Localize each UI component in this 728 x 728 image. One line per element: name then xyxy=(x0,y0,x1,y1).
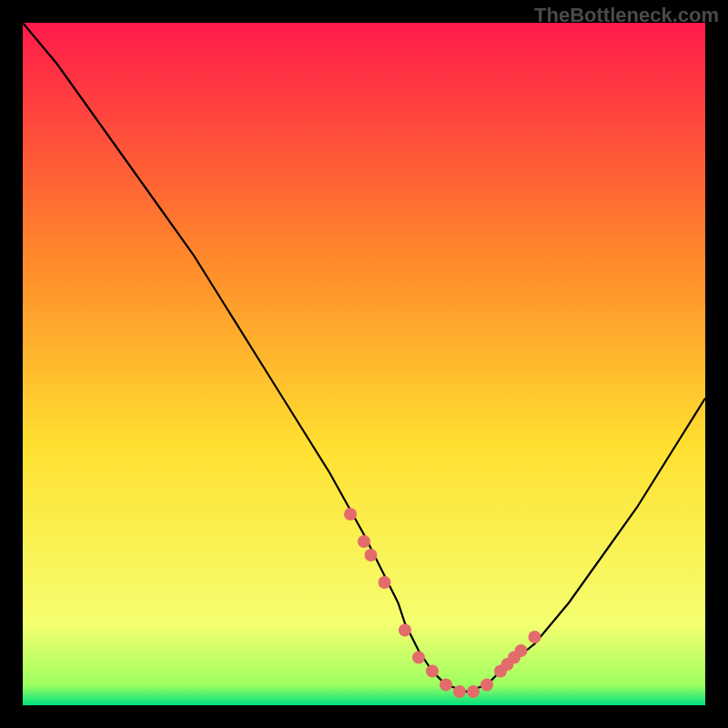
data-marker xyxy=(515,644,528,657)
data-marker xyxy=(344,508,357,521)
plot-area xyxy=(23,23,705,705)
data-marker xyxy=(379,576,391,589)
chart-svg xyxy=(23,23,705,705)
data-marker xyxy=(399,624,411,637)
data-marker xyxy=(426,665,439,678)
watermark-text: TheBottleneck.com xyxy=(534,4,719,27)
chart-container: TheBottleneck.com xyxy=(0,0,728,728)
data-marker xyxy=(440,679,452,692)
data-marker xyxy=(358,535,370,548)
data-marker xyxy=(365,549,378,561)
data-marker xyxy=(412,652,425,664)
data-marker xyxy=(529,631,541,643)
data-marker xyxy=(453,685,466,698)
gradient-background xyxy=(23,23,705,705)
data-marker xyxy=(467,685,480,698)
data-marker xyxy=(480,679,493,692)
